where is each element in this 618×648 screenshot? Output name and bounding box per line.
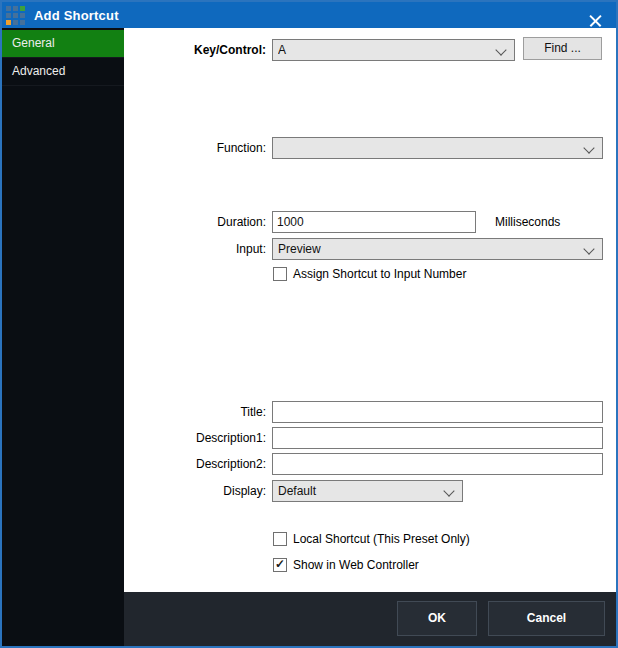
sidebar-item-advanced[interactable]: Advanced — [2, 58, 124, 86]
add-shortcut-dialog: Add Shortcut General Advanced Key/Contro… — [0, 0, 618, 648]
chevron-down-icon — [583, 142, 594, 153]
assign-shortcut-checkbox-label: Assign Shortcut to Input Number — [293, 267, 466, 281]
title-input[interactable] — [272, 401, 603, 423]
input-dropdown[interactable]: Preview — [272, 238, 603, 260]
app-logo-icon — [6, 6, 25, 25]
description1-input[interactable] — [272, 427, 603, 449]
key-control-value: A — [278, 40, 492, 60]
key-control-label: Key/Control: — [124, 39, 266, 61]
function-label: Function: — [124, 137, 266, 159]
display-dropdown[interactable]: Default — [272, 480, 463, 502]
web-controller-checkbox-row[interactable]: Show in Web Controller — [273, 558, 419, 572]
cancel-button[interactable]: Cancel — [488, 601, 605, 636]
input-label: Input: — [124, 238, 266, 260]
web-controller-checkbox[interactable] — [273, 558, 287, 572]
chevron-down-icon — [443, 485, 454, 496]
milliseconds-label: Milliseconds — [495, 211, 560, 233]
description1-label: Description1: — [124, 427, 266, 449]
sidebar: General Advanced — [2, 28, 124, 646]
display-label: Display: — [124, 480, 266, 502]
title-label: Title: — [124, 401, 266, 423]
duration-label: Duration: — [124, 211, 266, 233]
key-control-dropdown[interactable]: A — [272, 39, 515, 61]
local-shortcut-checkbox[interactable] — [273, 532, 287, 546]
function-dropdown[interactable] — [272, 137, 603, 159]
close-button[interactable] — [574, 2, 616, 28]
assign-shortcut-checkbox[interactable] — [273, 267, 287, 281]
description2-label: Description2: — [124, 453, 266, 475]
footer-bar: OK Cancel — [124, 592, 616, 646]
description2-input[interactable] — [272, 453, 603, 475]
local-shortcut-checkbox-row[interactable]: Local Shortcut (This Preset Only) — [273, 532, 470, 546]
chevron-down-icon — [583, 243, 594, 254]
duration-input[interactable] — [272, 211, 476, 233]
sidebar-item-general[interactable]: General — [2, 30, 124, 58]
general-panel: Key/Control: A Find ... Function: Durati… — [124, 28, 616, 646]
display-value: Default — [278, 481, 440, 501]
close-icon — [588, 14, 603, 29]
title-bar: Add Shortcut — [2, 2, 616, 28]
window-title: Add Shortcut — [34, 8, 119, 23]
local-shortcut-checkbox-label: Local Shortcut (This Preset Only) — [293, 532, 470, 546]
ok-button[interactable]: OK — [397, 601, 477, 636]
chevron-down-icon — [495, 44, 506, 55]
assign-shortcut-checkbox-row[interactable]: Assign Shortcut to Input Number — [273, 267, 466, 281]
find-button[interactable]: Find ... — [523, 37, 602, 60]
input-value: Preview — [278, 239, 580, 259]
web-controller-checkbox-label: Show in Web Controller — [293, 558, 419, 572]
